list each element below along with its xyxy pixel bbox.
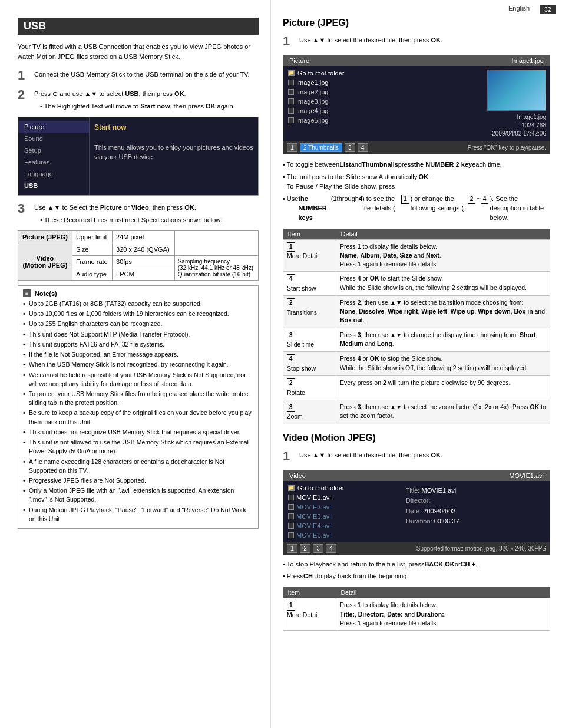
video-btn-4[interactable]: 4 xyxy=(326,544,336,553)
btn-4[interactable]: 4 xyxy=(358,143,368,152)
video-duration-row: Duration: 00:06:37 xyxy=(406,516,545,527)
detail-desc-4b: Press 4 or OK to stop the Slide show. Wh… xyxy=(336,352,550,376)
video-file-1[interactable]: MOVIE1.avi xyxy=(283,493,401,502)
menu-item-usb[interactable]: USB xyxy=(18,180,89,192)
spec-table: Picture (JPEG) Upper limit 24M pixel Vid… xyxy=(18,230,259,281)
video-btn-3[interactable]: 3 xyxy=(313,544,323,553)
note-13: A file name exceeding 128 characters or … xyxy=(23,457,253,475)
picture-file-4[interactable]: Image4.jpg xyxy=(283,106,401,116)
video-bullet-2: Press CH - to play back from the beginni… xyxy=(283,572,550,581)
right-column: Picture (JPEG) 1 Use ▲▼ to select the de… xyxy=(271,0,562,728)
note-6: If the file is Not Supported, an Error m… xyxy=(23,350,253,359)
video-panel-title: Video xyxy=(289,472,306,479)
menu-item-picture[interactable]: Picture xyxy=(18,121,89,133)
num-box-row4b: 4 xyxy=(287,354,295,364)
video-btn-1[interactable]: 1 xyxy=(287,544,297,553)
notes-header: ≡ Note(s) xyxy=(23,289,253,297)
video-root-label: Go to root folder xyxy=(297,485,345,492)
spec-upper-limit-label: Upper limit xyxy=(72,231,112,243)
spec-video-label: Video(Motion JPEG) xyxy=(18,243,72,281)
detail-row-2: 2Transitions Press 2, then use ▲▼ to sel… xyxy=(283,296,550,328)
note-1: Up to 2GB (FAT16) or 8GB (FAT32) capacit… xyxy=(23,299,253,308)
picture-step-1-number: 1 xyxy=(283,34,299,49)
menu-description: Start now This menu allows you to enjoy … xyxy=(89,117,258,195)
detail-desc-3: Press 3, then use ▲▼ to change the displ… xyxy=(336,328,550,352)
video-bullets: To stop Playback and return to the file … xyxy=(283,560,550,582)
picture-panel-body: 📁 Go to root folder Image1.jpg Image2.jp… xyxy=(283,66,550,141)
note-2: Up to 10,000 files or 1,000 folders with… xyxy=(23,309,253,318)
picture-thumbnail-area: Image1.jpg1024:7682009/04/02 17:42:06 xyxy=(401,66,550,141)
menu-box: Picture Sound Setup Features Language US… xyxy=(18,117,259,196)
step-2: 2 Press ⊙ and use ▲▼ to select USB, then… xyxy=(18,89,259,111)
footer-buttons: 1 2 Thumbnails 3 4 xyxy=(287,143,368,152)
video-folder-icon: 📁 xyxy=(288,485,295,491)
menu-list: Picture Sound Setup Features Language US… xyxy=(18,117,89,195)
step-1-content: Connect the USB Memory Stick to the USB … xyxy=(34,70,259,80)
video-panel: Video MOVIE1.avi 📁 Go to root folder MOV… xyxy=(283,470,550,555)
step-3-number: 3 xyxy=(18,201,34,216)
detail-desc-2: Press 2, then use ▲▼ to select the trans… xyxy=(336,296,550,328)
video-file-2[interactable]: MOVIE2.avi xyxy=(283,502,401,512)
detail-row-1: 1More Detail Press 1 to display file det… xyxy=(283,239,550,272)
video-detail-item-1: 1More Detail xyxy=(283,598,336,631)
picture-file-2[interactable]: Image2.jpg xyxy=(283,87,401,97)
picture-panel-footer: 1 2 Thumbnails 3 4 Press "OK" key to pla… xyxy=(283,141,550,154)
footer-ok-hint: Press "OK" key to play/pause. xyxy=(468,144,546,151)
video-panel-body: 📁 Go to root folder MOVIE1.avi MOVIE2.av… xyxy=(283,481,550,542)
menu-item-language[interactable]: Language xyxy=(18,168,89,180)
btn-3[interactable]: 3 xyxy=(345,143,355,152)
picture-section-title: Picture (JPEG) xyxy=(283,18,550,29)
video-btn-2[interactable]: 2 xyxy=(300,544,310,553)
picture-root-folder[interactable]: 📁 Go to root folder xyxy=(283,68,401,78)
file-checkbox-3 xyxy=(288,98,294,104)
picture-panel-header: Picture Image1.jpg xyxy=(283,55,550,66)
video-footer-format-text: Supported format: motion jpeg, 320 x 240… xyxy=(416,545,546,552)
detail-row-4a: 4Start show Press 4 or OK to start the S… xyxy=(283,272,550,296)
video-file-5[interactable]: MOVIE5.avi xyxy=(283,531,401,540)
spec-sampling-info: Sampling frequency(32 kHz, 44.1 kHz or 4… xyxy=(174,256,258,281)
note-4: This unit does Not Support MTP (Media Tr… xyxy=(23,330,253,339)
num-box-row3b: 3 xyxy=(287,403,295,413)
note-7: When the USB Memory Stick is not recogni… xyxy=(23,360,253,369)
detail-desc-4a: Press 4 or OK to start the Slide show. W… xyxy=(336,272,550,296)
video-file-3[interactable]: MOVIE3.avi xyxy=(283,512,401,521)
step-2-number: 2 xyxy=(18,87,34,103)
picture-file-5[interactable]: Image5.jpg xyxy=(283,116,401,125)
detail-desc-1: Press 1 to display file details below. N… xyxy=(336,239,550,272)
video-file-4[interactable]: MOVIE4.avi xyxy=(283,521,401,531)
video-root-folder[interactable]: 📁 Go to root folder xyxy=(283,483,401,493)
video-checkbox-2 xyxy=(288,504,294,510)
video-detail-row-1: 1More Detail Press 1 to display file det… xyxy=(283,598,550,631)
picture-file-3[interactable]: Image3.jpg xyxy=(283,97,401,106)
num-box-2: 2 xyxy=(468,195,476,205)
picture-root-label: Go to root folder xyxy=(297,70,345,77)
picture-panel: Picture Image1.jpg 📁 Go to root folder I… xyxy=(283,55,550,154)
video-num-box-1: 1 xyxy=(287,601,295,611)
step-3-bullet: These Recorded Files must meet Specifica… xyxy=(40,215,259,225)
num-box-1: 1 xyxy=(401,195,409,205)
picture-file-1[interactable]: Image1.jpg xyxy=(283,78,401,87)
detail-row-2b: 2Rotate Every press on 2 will turn the p… xyxy=(283,376,550,400)
note-5: This unit supports FAT16 and FAT32 file … xyxy=(23,340,253,349)
btn-1[interactable]: 1 xyxy=(287,143,297,152)
page: English 32 USB Your TV is fitted with a … xyxy=(0,0,562,728)
detail-item-3: 3Slide time xyxy=(283,328,336,352)
picture-panel-filename: Image1.jpg xyxy=(512,57,544,64)
video-section-title: Video (Motion JPEG) xyxy=(283,433,550,444)
menu-item-sound[interactable]: Sound xyxy=(18,133,89,144)
note-9: To protect your USB Memory Stick files f… xyxy=(23,390,253,407)
note-8: We cannot be held responsible if your US… xyxy=(23,371,253,388)
menu-item-features[interactable]: Features xyxy=(18,156,89,168)
picture-panel-title: Picture xyxy=(289,57,309,64)
file-checkbox-1 xyxy=(288,80,294,85)
video-footer-buttons: 1 2 3 4 xyxy=(287,544,336,553)
picture-bullet-3: Use the NUMBER keys (1 through 4) to see… xyxy=(283,195,550,223)
btn-2-thumbnails[interactable]: 2 Thumbnails xyxy=(300,143,342,152)
intro-text: Your TV is fitted with a USB Connection … xyxy=(18,42,259,61)
video-checkbox-1 xyxy=(288,495,294,500)
spec-size-label: Size xyxy=(72,243,112,256)
video-checkbox-3 xyxy=(288,513,294,519)
step-1-number: 1 xyxy=(18,68,34,83)
menu-item-setup[interactable]: Setup xyxy=(18,144,89,156)
spec-framerate-value: 30fps xyxy=(113,256,175,268)
